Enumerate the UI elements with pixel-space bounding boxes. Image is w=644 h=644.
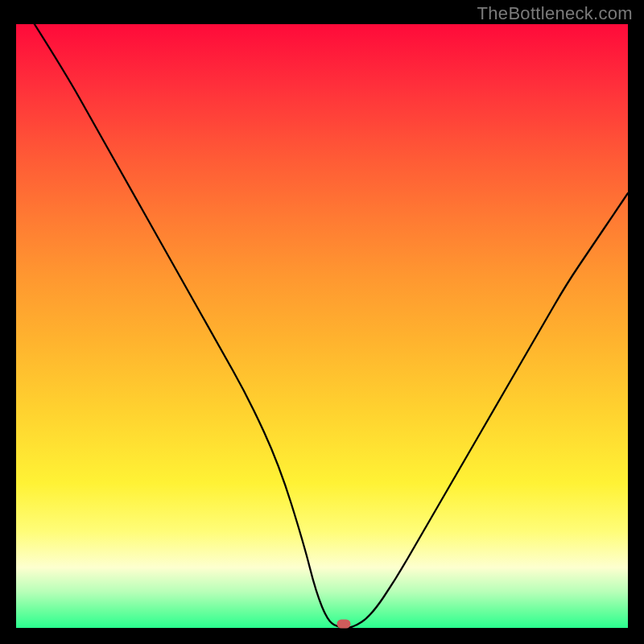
curve-svg — [16, 24, 628, 628]
bottleneck-marker — [336, 620, 350, 629]
bottleneck-curve — [35, 24, 628, 628]
watermark-text: TheBottleneck.com — [477, 3, 633, 24]
plot-area — [16, 24, 628, 628]
chart-frame: TheBottleneck.com — [0, 0, 644, 644]
